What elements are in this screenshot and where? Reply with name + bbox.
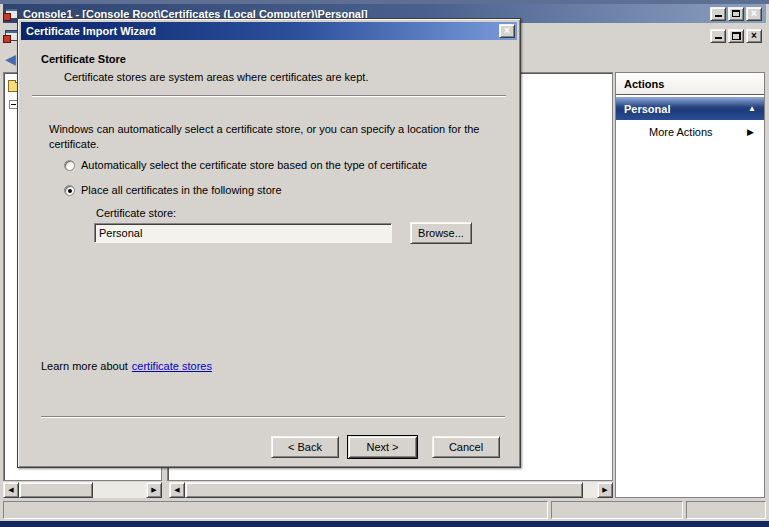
- mmc-console-window: Console1 - [Console Root\Certificates (L…: [0, 0, 769, 527]
- button-divider: [41, 416, 505, 418]
- learn-more-line: Learn more aboutcertificate stores: [41, 360, 212, 372]
- scroll-right-button[interactable]: ▶: [146, 482, 162, 498]
- child-minimize-button[interactable]: [710, 29, 726, 43]
- child-close-icon: ×: [751, 31, 757, 41]
- child-restore-button[interactable]: [728, 29, 744, 43]
- more-actions-item[interactable]: More Actions ▶: [616, 120, 764, 144]
- window-bottom-edge: [0, 521, 769, 527]
- certificate-store-label: Certificate store:: [96, 207, 176, 219]
- close-icon: ×: [751, 9, 757, 19]
- tree-pane-hscrollbar[interactable]: ◀ ▶: [3, 482, 162, 498]
- radio-place-in-store[interactable]: Place all certificates in the following …: [64, 184, 282, 196]
- next-button-label: Next >: [366, 441, 398, 453]
- scroll-right-icon: ▶: [602, 486, 607, 494]
- list-pane-hscrollbar[interactable]: ◀ ▶: [169, 482, 613, 498]
- status-bar: [3, 501, 766, 519]
- wizard-intro-text: Windows can automatically select a certi…: [49, 122, 507, 152]
- more-actions-label: More Actions: [649, 126, 713, 138]
- learn-more-prefix: Learn more about: [41, 360, 128, 372]
- browse-button[interactable]: Browse...: [410, 222, 472, 244]
- header-divider: [32, 95, 506, 97]
- minimize-icon: [715, 15, 722, 17]
- wizard-titlebar[interactable]: Certificate Import Wizard ×: [21, 22, 517, 40]
- back-navigation-icon[interactable]: ◀: [5, 52, 16, 66]
- main-window-controls: ×: [710, 7, 762, 21]
- wizard-title: Certificate Import Wizard: [26, 25, 156, 37]
- actions-group-personal[interactable]: Personal ▲: [616, 97, 764, 120]
- cancel-button[interactable]: Cancel: [432, 436, 500, 458]
- back-button[interactable]: < Back: [271, 436, 339, 458]
- scroll-right-icon: ▶: [151, 486, 156, 494]
- submenu-arrow-icon: ▶: [747, 127, 754, 137]
- actions-pane: Actions Personal ▲ More Actions ▶: [615, 72, 765, 498]
- radio-place-label[interactable]: Place all certificates in the following …: [81, 184, 282, 196]
- child-close-button[interactable]: ×: [746, 29, 762, 43]
- next-button[interactable]: Next >: [347, 435, 418, 459]
- scroll-left-button[interactable]: ◀: [169, 482, 185, 498]
- back-button-label: < Back: [288, 441, 322, 453]
- certificate-stores-link[interactable]: certificate stores: [132, 360, 212, 372]
- scroll-left-icon: ◀: [174, 486, 179, 494]
- certificate-import-wizard-dialog: Certificate Import Wizard × Certificate …: [17, 18, 521, 468]
- scrollbar-thumb[interactable]: [185, 482, 583, 498]
- actions-group-title: Personal: [624, 103, 670, 115]
- maximize-icon: [732, 10, 740, 17]
- child-restore-icon: [732, 32, 741, 40]
- wizard-page-title: Certificate Store: [41, 53, 126, 65]
- scrollbar-track[interactable]: [583, 482, 597, 498]
- close-button[interactable]: ×: [746, 7, 762, 21]
- actions-pane-header: Actions: [616, 73, 764, 95]
- minimize-button[interactable]: [710, 7, 726, 21]
- wizard-close-button[interactable]: ×: [499, 24, 515, 38]
- actions-pane-title: Actions: [624, 78, 664, 90]
- radio-place-circle[interactable]: [64, 185, 75, 196]
- maximize-button[interactable]: [728, 7, 744, 21]
- child-window-controls: ×: [710, 29, 762, 43]
- radio-auto-circle[interactable]: [64, 160, 75, 171]
- radio-auto-label[interactable]: Automatically select the certificate sto…: [81, 159, 427, 171]
- cancel-button-label: Cancel: [449, 441, 483, 453]
- radio-auto-select-store[interactable]: Automatically select the certificate sto…: [64, 159, 427, 171]
- status-message-cell: [3, 501, 548, 519]
- certificate-store-field[interactable]: [94, 223, 392, 243]
- scrollbar-track[interactable]: [93, 482, 146, 498]
- wizard-page-subtitle: Certificate stores are system areas wher…: [64, 71, 368, 83]
- child-minimize-icon: [715, 37, 722, 39]
- browse-button-label: Browse...: [418, 227, 464, 239]
- wizard-close-icon: ×: [504, 26, 510, 36]
- scrollbar-thumb[interactable]: [19, 482, 93, 498]
- status-cell-secondary: [551, 501, 683, 519]
- scroll-right-button[interactable]: ▶: [597, 482, 613, 498]
- scroll-left-icon: ◀: [8, 486, 13, 494]
- status-cell-tertiary: [686, 501, 766, 519]
- collapse-group-icon[interactable]: ▲: [748, 104, 756, 113]
- scroll-left-button[interactable]: ◀: [3, 482, 19, 498]
